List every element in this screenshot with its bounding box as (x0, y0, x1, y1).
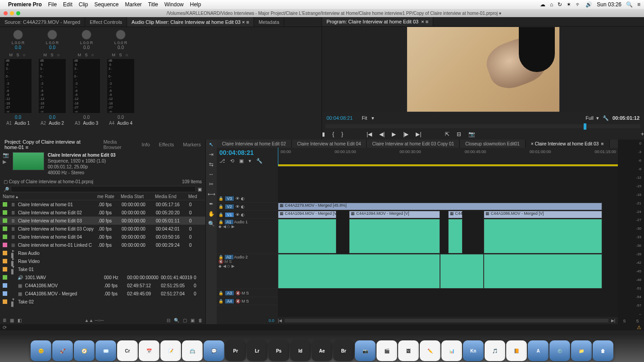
column-header[interactable]: me Rate (97, 194, 121, 199)
track-header[interactable]: 🔒 A2 Audio 2🔇 M S◆ ◀ ◇ ▶ (217, 254, 278, 289)
project-panel-tab[interactable]: Media Browser (99, 139, 137, 150)
dock-app-icon[interactable]: A (528, 340, 549, 361)
wrench-icon[interactable]: 🔧 (603, 115, 609, 121)
record-button[interactable]: ○ (23, 53, 27, 57)
icon-view-icon[interactable]: ▦ (10, 318, 14, 323)
column-header[interactable]: Media End (155, 194, 188, 199)
linked-selection-icon[interactable]: ⟲ (230, 158, 236, 163)
program-timecode[interactable]: 00:04:08:21 (327, 115, 353, 121)
program-zoom-fit[interactable]: Fit ▾ (362, 115, 374, 121)
timeline-clip[interactable] (440, 254, 484, 289)
project-item[interactable]: ▸ ▋ Raw Video (0, 257, 205, 265)
timeline-clip[interactable]: ▦ C44A (448, 211, 463, 218)
record-button[interactable]: ○ (91, 53, 95, 57)
label-chip[interactable] (3, 299, 7, 304)
dock-app-icon[interactable]: 📝 (160, 340, 181, 361)
play-icon[interactable]: ▶ (392, 131, 396, 137)
dock-app-icon[interactable]: 🎵 (485, 340, 505, 361)
project-item[interactable]: ⊞ Claire interview at home-01 Linked C .… (0, 241, 205, 249)
status-icon[interactable]: ⌂ (550, 1, 553, 8)
label-chip[interactable] (3, 210, 7, 215)
project-item[interactable]: ▾ ▋ Take 02 (0, 298, 205, 306)
goto-in-icon[interactable]: |◀ (367, 131, 372, 137)
timeline-clip[interactable] (278, 219, 336, 253)
freeform-view-icon[interactable]: ◧ (18, 318, 22, 323)
bracket-out-icon[interactable]: } (341, 131, 343, 137)
record-button[interactable]: ○ (57, 53, 61, 57)
column-header[interactable]: Media Start (121, 194, 155, 199)
extract-icon[interactable]: ⊟ (457, 131, 461, 137)
source-tab[interactable]: Source: C44A2279.MOV - Merged (0, 17, 85, 27)
track-header[interactable]: 🔒V1👁 ◐ (217, 211, 278, 219)
label-chip[interactable] (3, 235, 7, 239)
zoom-slider[interactable]: ▲▲ ─○─ (85, 318, 104, 323)
project-item[interactable]: ▸ ▋ Raw Audio (0, 249, 205, 257)
dock-app-icon[interactable]: ✏️ (420, 340, 440, 361)
menu-sequence[interactable]: Sequence (94, 1, 118, 8)
new-bin-icon[interactable]: ▢ (183, 318, 187, 323)
menubar-clock[interactable]: Sun 03:26 (597, 1, 621, 8)
marker-icon[interactable]: ▾ (249, 158, 253, 163)
dock-app-icon[interactable]: Br (333, 340, 354, 361)
mute-button[interactable]: M (112, 53, 117, 57)
selection-tool-icon[interactable]: ↖ (209, 141, 213, 148)
label-chip[interactable] (3, 226, 7, 231)
label-chip[interactable] (3, 202, 7, 207)
bin-icon[interactable]: ▢ (4, 179, 8, 184)
pan-knob[interactable] (47, 30, 57, 40)
dock-app-icon[interactable]: 🚀 (52, 340, 73, 361)
timeline-tracks-area[interactable]: ▦ C44A2279.MOV - Merged [45.8%]▦ C44A109… (278, 167, 618, 317)
dock-app-icon[interactable]: 📁 (571, 340, 592, 361)
status-icon[interactable]: ☁ (540, 1, 545, 8)
dock-app-icon[interactable]: Cr (117, 340, 138, 361)
timeline-clip[interactable] (484, 254, 602, 289)
timeline-clip[interactable]: ▦ C44A1094.MOV - Merged [V (278, 211, 336, 218)
step-fwd-icon[interactable]: |▶ (403, 131, 408, 137)
sequence-tab[interactable]: Claire Interview at home Edit 04 (292, 140, 367, 148)
track-header[interactable]: 🔒A3🔇 M S (217, 289, 278, 297)
source-tab[interactable]: Metadata (254, 17, 284, 27)
channel-level[interactable]: 0.0 (36, 45, 68, 50)
project-item[interactable]: 🔊 1001.WAV 000 Hz 00:00:00:00000 00:01:4… (0, 273, 205, 281)
new-item-icon[interactable]: ▣ (190, 318, 195, 323)
slip-tool-icon[interactable]: ⟷ (208, 191, 215, 197)
pan-knob[interactable] (82, 30, 91, 40)
timeline-scrollbar[interactable] (285, 319, 608, 322)
track-header[interactable]: 🔒V2👁 ◐ (217, 203, 278, 211)
goto-out-icon[interactable]: ▶| (416, 131, 421, 137)
dock-app-icon[interactable]: Ps (268, 340, 289, 361)
close-icon[interactable]: × (421, 19, 424, 24)
program-monitor[interactable] (322, 27, 644, 112)
zoom-window-icon[interactable] (16, 11, 20, 15)
project-item[interactable]: ≣ Claire Interview at home Edit 03 .00 f… (0, 217, 205, 225)
dock-app-icon[interactable]: Ae (312, 340, 332, 361)
wifi-icon[interactable]: ✶ (567, 1, 571, 8)
automate-icon[interactable]: ⊟ (167, 318, 170, 323)
solo-button[interactable]: S (119, 53, 123, 57)
label-chip[interactable] (3, 267, 7, 272)
export-frame-icon[interactable]: 📷 (468, 131, 475, 137)
snap-icon[interactable]: ⎇ (219, 158, 227, 163)
menu-file[interactable]: File (48, 1, 57, 8)
pen-tool-icon[interactable]: ✒ (209, 201, 213, 207)
find-icon[interactable]: 🔍 (174, 318, 179, 323)
camera-icon[interactable]: 📷 (3, 152, 9, 158)
label-chip[interactable] (3, 243, 7, 247)
dock-app-icon[interactable]: 💬 (204, 340, 224, 361)
menu-marker[interactable]: Marker (125, 1, 141, 8)
track-header[interactable]: 🔒A4🔇 M S (217, 297, 278, 305)
project-panel-tab[interactable]: Info (137, 142, 154, 147)
channel-level[interactable]: 0.0 (2, 45, 34, 50)
status-icon[interactable]: ↻ (558, 1, 562, 8)
hand-tool-icon[interactable]: ✋ (208, 211, 215, 217)
label-chip[interactable] (3, 259, 7, 263)
dock-app-icon[interactable]: Id (290, 340, 311, 361)
timeline-clip[interactable]: ▦ C44A2279.MOV - Merged [45.8%] (278, 203, 602, 210)
track-select-tool-icon[interactable]: ⇥ (209, 151, 213, 158)
project-item[interactable]: ≣ Claire Interview at home Edit 04 .00 f… (0, 233, 205, 241)
dock-app-icon[interactable]: ✉️ (95, 340, 116, 361)
track-header[interactable]: 🔒 A1 Audio 1◆ ◀ ◇ ▶ (217, 219, 278, 254)
column-header[interactable]: Med (188, 194, 197, 199)
program-playhead[interactable] (584, 123, 586, 130)
rate-stretch-tool-icon[interactable]: ↔ (209, 171, 214, 177)
